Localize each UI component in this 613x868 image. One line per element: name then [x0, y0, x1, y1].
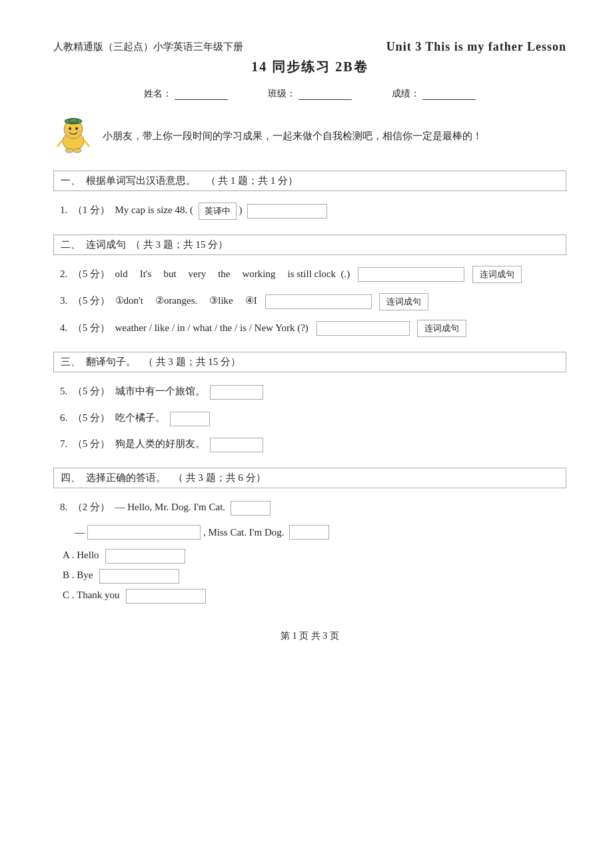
score-line — [422, 88, 476, 100]
section-2-num: 二、 — [61, 239, 81, 250]
q3-w1: ①don't — [115, 292, 143, 310]
section-2-header: 二、 连词成句 （ 共 3 题；共 15 分） — [53, 234, 566, 255]
q1-text: My cap is size 48. ( — [115, 205, 193, 215]
svg-rect-3 — [69, 119, 77, 123]
q4-num: 4. — [60, 322, 70, 333]
q3-w2: ②oranges. — [155, 292, 197, 310]
section-4: 四、 选择正确的答语。 （ 共 3 题；共 6 分） 8. （2 分） — He… — [53, 468, 566, 604]
q2-punct: (.) — [338, 268, 350, 279]
subtitle: 14 同步练习 2B卷 — [53, 58, 566, 76]
q4-score: （5 分） — [73, 322, 113, 333]
svg-point-7 — [77, 131, 81, 133]
section-4-num: 四、 — [61, 472, 81, 483]
section-4-meta: （ 共 3 题；共 6 分） — [168, 472, 265, 483]
svg-point-4 — [69, 127, 71, 130]
q1-suffix: ) — [239, 205, 242, 215]
svg-point-11 — [73, 149, 81, 153]
q6-answer-box[interactable] — [170, 412, 210, 426]
page-footer: 第 1 页 共 3 页 — [53, 630, 566, 642]
section-1-meta: （ 共 1 题；共 1 分） — [198, 175, 298, 186]
name-field: 姓名： — [144, 88, 228, 100]
score-label: 成绩： — [392, 88, 420, 100]
section-3: 三、 翻译句子。 （ 共 3 题；共 15 分） 5. （5 分） 城市中有一个… — [53, 352, 566, 453]
section-1: 一、 根据单词写出汉语意思。 （ 共 1 题；共 1 分） 1. （1 分） M… — [53, 171, 566, 220]
q3-answer-box[interactable] — [265, 294, 372, 309]
option-b-label: B . Bye — [63, 570, 93, 581]
svg-point-5 — [75, 127, 78, 130]
question-5: 5. （5 分） 城市中有一个旅馆。 — [53, 383, 566, 400]
q5-text: 城市中有一个旅馆。 — [115, 386, 205, 396]
q8-dialog-q: — Hello, Mr. Dog. I'm Cat. — [115, 502, 226, 512]
page-header: 人教精通版（三起点）小学英语三年级下册 Unit 3 This is my fa… — [53, 40, 566, 54]
section-3-num: 三、 — [61, 356, 81, 367]
option-c-box[interactable] — [126, 589, 206, 604]
name-line — [175, 88, 228, 100]
q3-words: ①don't ②oranges. ③like ④I — [115, 292, 257, 310]
q6-score: （5 分） — [73, 412, 113, 423]
option-a-label: A . Hello — [63, 550, 99, 561]
q4-label: 连词成句 — [417, 320, 466, 337]
q2-w4: very — [189, 266, 207, 283]
section-2-title: 连词成句 — [83, 239, 126, 250]
q2-w1: old — [115, 266, 128, 283]
q2-words: old It's but very the working is still c… — [115, 266, 336, 283]
section-3-meta: （ 共 3 题；共 15 分） — [138, 356, 241, 367]
q8-suffix: , Miss Cat. I'm Dog. — [203, 527, 284, 538]
q6-text: 吃个橘子。 — [115, 412, 165, 423]
q8-answer-box-q[interactable] — [231, 501, 271, 516]
q7-answer-box[interactable] — [210, 438, 263, 452]
q2-w7: is still clock — [288, 266, 336, 283]
option-c: C . Thank you — [53, 589, 566, 604]
score-field: 成绩： — [392, 88, 476, 100]
section-1-header: 一、 根据单词写出汉语意思。 （ 共 1 题；共 1 分） — [53, 171, 566, 191]
q4-text: weather / like / in / what / the / is / … — [115, 322, 308, 333]
q4-answer-box[interactable] — [316, 321, 410, 336]
svg-point-10 — [65, 149, 73, 153]
footer-text: 第 1 页 共 3 页 — [281, 631, 339, 641]
class-field: 班级： — [268, 88, 352, 100]
q1-tag: 英译中 — [199, 203, 237, 220]
section-2: 二、 连词成句 （ 共 3 题；共 15 分） 2. （5 分） old It'… — [53, 234, 566, 338]
question-7: 7. （5 分） 狗是人类的好朋友。 — [53, 436, 566, 453]
svg-point-6 — [66, 131, 70, 133]
q1-answer-box[interactable] — [247, 204, 327, 218]
name-label: 姓名： — [144, 88, 172, 100]
q8-dialog-row: — , Miss Cat. I'm Dog. — [53, 525, 566, 540]
mascot-text: 小朋友，带上你一段时间的学习成果，一起来做个自我检测吧，相信你一定是最棒的！ — [103, 130, 482, 143]
q2-label: 连词成句 — [472, 266, 522, 283]
form-row: 姓名： 班级： 成绩： — [53, 88, 566, 100]
q6-num: 6. — [60, 412, 70, 423]
question-3: 3. （5 分） ①don't ②oranges. ③like ④I 连词成句 — [53, 292, 566, 310]
q1-score: （1 分） — [73, 205, 113, 215]
section-1-title: 根据单词写出汉语意思。 — [83, 175, 196, 186]
class-label: 班级： — [268, 88, 296, 100]
q8-answer-box-a[interactable] — [289, 525, 329, 540]
header-right: Unit 3 This is my father Lesson — [386, 40, 566, 54]
section-4-title: 选择正确的答语。 — [83, 472, 166, 483]
q8-blank[interactable] — [87, 525, 201, 540]
option-a-box[interactable] — [105, 549, 185, 564]
q5-answer-box[interactable] — [210, 385, 263, 400]
q7-score: （5 分） — [73, 438, 113, 449]
option-b-box[interactable] — [99, 569, 179, 584]
class-line — [299, 88, 352, 100]
q3-score: （5 分） — [73, 295, 113, 306]
q5-score: （5 分） — [73, 386, 113, 396]
q2-w2: It's — [140, 266, 152, 283]
q2-num: 2. — [60, 268, 70, 279]
q2-answer-box[interactable] — [358, 267, 464, 282]
section-1-num: 一、 — [61, 175, 81, 186]
question-2: 2. （5 分） old It's but very the working i… — [53, 266, 566, 284]
q8-num: 8. — [60, 502, 70, 512]
q3-label: 连词成句 — [379, 293, 428, 310]
svg-line-8 — [57, 140, 63, 147]
question-1: 1. （1 分） My cap is size 48. ( 英译中 ) — [53, 202, 566, 220]
page-container: 人教精通版（三起点）小学英语三年级下册 Unit 3 This is my fa… — [53, 40, 566, 642]
option-a: A . Hello — [53, 549, 566, 564]
q3-num: 3. — [60, 295, 70, 306]
q2-w6: working — [243, 266, 276, 283]
section-3-header: 三、 翻译句子。 （ 共 3 题；共 15 分） — [53, 352, 566, 372]
svg-line-9 — [84, 140, 89, 147]
mascot-row: 小朋友，带上你一段时间的学习成果，一起来做个自我检测吧，相信你一定是最棒的！ — [53, 116, 566, 156]
q8-score: （2 分） — [73, 502, 113, 512]
